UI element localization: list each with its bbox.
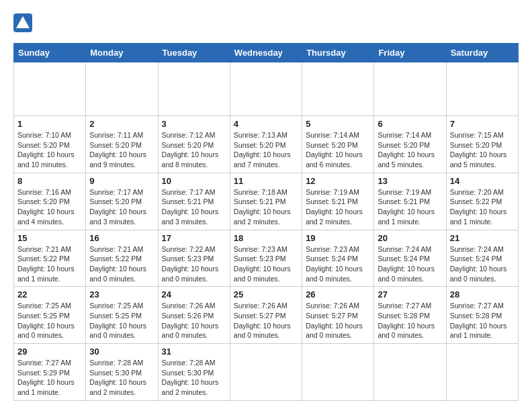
calendar-cell [158,62,230,116]
day-number: 16 [89,233,154,243]
day-info: Sunrise: 7:28 AM Sunset: 5:30 PM Dayligh… [162,358,226,398]
day-info: Sunrise: 7:19 AM Sunset: 5:21 PM Dayligh… [306,187,370,227]
day-info: Sunrise: 7:24 AM Sunset: 5:24 PM Dayligh… [450,244,515,284]
week-row-2: 1 Sunrise: 7:10 AM Sunset: 5:20 PM Dayli… [14,116,519,173]
calendar-cell: 17 Sunrise: 7:22 AM Sunset: 5:23 PM Dayl… [158,230,230,287]
calendar-cell [302,344,374,401]
calendar-cell [230,344,302,401]
day-info: Sunrise: 7:25 AM Sunset: 5:25 PM Dayligh… [17,301,82,340]
page-header [13,13,519,32]
day-info: Sunrise: 7:21 AM Sunset: 5:22 PM Dayligh… [17,244,82,284]
day-number: 11 [234,176,298,186]
calendar-table: SundayMondayTuesdayWednesdayThursdayFrid… [13,43,519,401]
day-number: 21 [450,233,515,243]
calendar-cell: 27 Sunrise: 7:27 AM Sunset: 5:28 PM Dayl… [374,287,446,344]
day-number: 9 [89,176,154,186]
header-wednesday: Wednesday [230,44,302,62]
header-thursday: Thursday [302,44,374,62]
header-tuesday: Tuesday [158,44,230,62]
calendar-cell: 28 Sunrise: 7:27 AM Sunset: 5:28 PM Dayl… [446,287,518,344]
day-info: Sunrise: 7:21 AM Sunset: 5:22 PM Dayligh… [89,244,154,284]
day-number: 8 [17,176,82,186]
calendar-cell [302,62,374,116]
day-number: 23 [89,289,154,300]
day-info: Sunrise: 7:26 AM Sunset: 5:27 PM Dayligh… [306,301,370,340]
day-number: 5 [306,119,370,129]
day-info: Sunrise: 7:20 AM Sunset: 5:22 PM Dayligh… [450,187,515,227]
day-number: 12 [306,176,370,186]
day-info: Sunrise: 7:27 AM Sunset: 5:29 PM Dayligh… [17,358,82,398]
calendar-cell: 13 Sunrise: 7:19 AM Sunset: 5:21 PM Dayl… [374,173,446,230]
calendar-cell [230,62,302,116]
calendar-cell [446,62,518,116]
calendar-cell: 10 Sunrise: 7:17 AM Sunset: 5:21 PM Dayl… [158,173,230,230]
day-number: 19 [306,233,370,243]
calendar-cell [86,62,158,116]
calendar-cell: 9 Sunrise: 7:17 AM Sunset: 5:20 PM Dayli… [86,173,158,230]
week-row-4: 15 Sunrise: 7:21 AM Sunset: 5:22 PM Dayl… [14,230,519,287]
day-number: 18 [234,233,298,243]
day-info: Sunrise: 7:18 AM Sunset: 5:21 PM Dayligh… [234,187,298,227]
day-number: 28 [450,289,515,300]
calendar-cell: 30 Sunrise: 7:28 AM Sunset: 5:30 PM Dayl… [86,344,158,401]
day-info: Sunrise: 7:19 AM Sunset: 5:21 PM Dayligh… [378,187,442,227]
day-info: Sunrise: 7:11 AM Sunset: 5:20 PM Dayligh… [89,130,154,170]
logo [13,13,35,32]
day-info: Sunrise: 7:14 AM Sunset: 5:20 PM Dayligh… [378,130,442,170]
calendar-cell: 14 Sunrise: 7:20 AM Sunset: 5:22 PM Dayl… [446,173,518,230]
day-info: Sunrise: 7:28 AM Sunset: 5:30 PM Dayligh… [89,358,154,398]
day-number: 3 [162,119,226,129]
day-info: Sunrise: 7:17 AM Sunset: 5:21 PM Dayligh… [162,187,226,227]
header-sunday: Sunday [14,44,86,62]
day-number: 26 [306,289,370,300]
calendar-cell: 7 Sunrise: 7:15 AM Sunset: 5:20 PM Dayli… [446,116,518,173]
header-saturday: Saturday [446,44,518,62]
week-row-5: 22 Sunrise: 7:25 AM Sunset: 5:25 PM Dayl… [14,287,519,344]
calendar-cell: 26 Sunrise: 7:26 AM Sunset: 5:27 PM Dayl… [302,287,374,344]
day-number: 17 [162,233,226,243]
calendar-cell: 18 Sunrise: 7:23 AM Sunset: 5:23 PM Dayl… [230,230,302,287]
calendar-cell: 15 Sunrise: 7:21 AM Sunset: 5:22 PM Dayl… [14,230,86,287]
day-number: 29 [17,347,82,357]
calendar-cell: 16 Sunrise: 7:21 AM Sunset: 5:22 PM Dayl… [86,230,158,287]
day-info: Sunrise: 7:25 AM Sunset: 5:25 PM Dayligh… [89,301,154,340]
calendar-cell: 31 Sunrise: 7:28 AM Sunset: 5:30 PM Dayl… [158,344,230,401]
day-number: 30 [89,347,154,357]
day-number: 20 [378,233,442,243]
day-info: Sunrise: 7:16 AM Sunset: 5:20 PM Dayligh… [17,187,82,227]
day-info: Sunrise: 7:27 AM Sunset: 5:28 PM Dayligh… [378,301,442,340]
day-number: 25 [234,289,298,300]
day-number: 4 [234,119,298,129]
day-info: Sunrise: 7:23 AM Sunset: 5:23 PM Dayligh… [234,244,298,284]
header-row: SundayMondayTuesdayWednesdayThursdayFrid… [14,44,519,62]
calendar-cell [14,62,86,116]
day-info: Sunrise: 7:10 AM Sunset: 5:20 PM Dayligh… [17,130,82,170]
day-number: 7 [450,119,515,129]
day-number: 6 [378,119,442,129]
calendar-cell: 11 Sunrise: 7:18 AM Sunset: 5:21 PM Dayl… [230,173,302,230]
day-info: Sunrise: 7:22 AM Sunset: 5:23 PM Dayligh… [162,244,226,284]
day-info: Sunrise: 7:12 AM Sunset: 5:20 PM Dayligh… [162,130,226,170]
day-number: 10 [162,176,226,186]
day-number: 1 [17,119,82,129]
header-friday: Friday [374,44,446,62]
calendar-cell: 23 Sunrise: 7:25 AM Sunset: 5:25 PM Dayl… [86,287,158,344]
calendar-cell [374,344,446,401]
calendar-cell: 6 Sunrise: 7:14 AM Sunset: 5:20 PM Dayli… [374,116,446,173]
day-info: Sunrise: 7:17 AM Sunset: 5:20 PM Dayligh… [89,187,154,227]
calendar-cell: 24 Sunrise: 7:26 AM Sunset: 5:26 PM Dayl… [158,287,230,344]
day-number: 14 [450,176,515,186]
calendar-cell: 8 Sunrise: 7:16 AM Sunset: 5:20 PM Dayli… [14,173,86,230]
day-info: Sunrise: 7:26 AM Sunset: 5:27 PM Dayligh… [234,301,298,340]
calendar-cell: 21 Sunrise: 7:24 AM Sunset: 5:24 PM Dayl… [446,230,518,287]
week-row-6: 29 Sunrise: 7:27 AM Sunset: 5:29 PM Dayl… [14,344,519,401]
calendar-cell [446,344,518,401]
day-info: Sunrise: 7:24 AM Sunset: 5:24 PM Dayligh… [378,244,442,284]
day-info: Sunrise: 7:14 AM Sunset: 5:20 PM Dayligh… [306,130,370,170]
calendar-cell: 3 Sunrise: 7:12 AM Sunset: 5:20 PM Dayli… [158,116,230,173]
header-monday: Monday [86,44,158,62]
calendar-cell: 2 Sunrise: 7:11 AM Sunset: 5:20 PM Dayli… [86,116,158,173]
day-number: 15 [17,233,82,243]
calendar-cell: 20 Sunrise: 7:24 AM Sunset: 5:24 PM Dayl… [374,230,446,287]
day-info: Sunrise: 7:13 AM Sunset: 5:20 PM Dayligh… [234,130,298,170]
